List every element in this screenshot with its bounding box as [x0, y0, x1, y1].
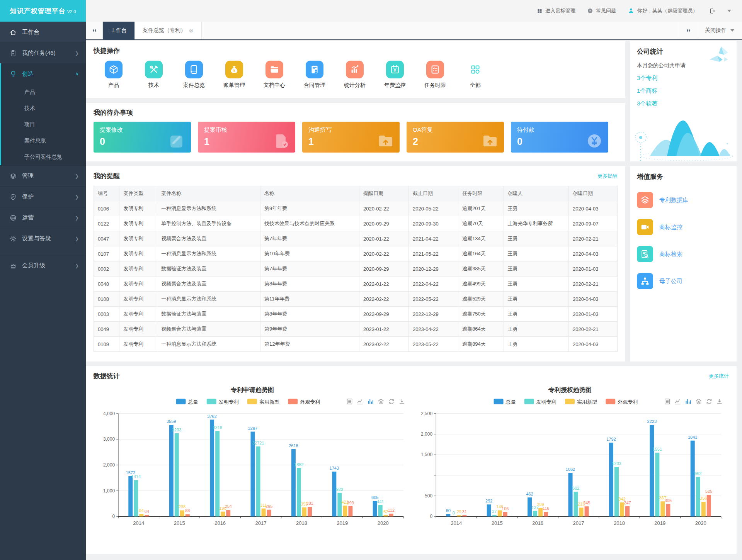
- company-stat-link-3个专利[interactable]: 3个专利: [637, 75, 730, 82]
- data-view-icon[interactable]: [347, 399, 352, 404]
- bar-外观专利-2017[interactable]: [267, 510, 271, 517]
- sidebar-subitem-技术[interactable]: 技术: [1, 100, 86, 117]
- table-row[interactable]: 0048发明专利视频聚合方法及装置第8年年费2022-01-222022-04-…: [94, 277, 618, 292]
- legend-label[interactable]: 外观专利: [617, 399, 638, 405]
- bar-外观专利-2019[interactable]: [666, 504, 670, 517]
- legend-swatch[interactable]: [606, 399, 615, 404]
- bar-实用新型-2020[interactable]: [384, 515, 388, 516]
- restore-icon[interactable]: [707, 399, 711, 404]
- bar-总量-2019[interactable]: [332, 472, 336, 516]
- todo-card-提案修改[interactable]: 提案修改0: [94, 122, 191, 153]
- service-item-母子公司[interactable]: 母子公司: [637, 273, 730, 289]
- sidebar-subitem-子公司案件总览[interactable]: 子公司案件总览: [1, 149, 86, 165]
- sidebar-item-创造[interactable]: 创造∨: [1, 63, 86, 84]
- legend-swatch[interactable]: [565, 399, 575, 404]
- todo-card-沟通撰写[interactable]: 沟通撰写1: [302, 122, 400, 153]
- data-view-icon[interactable]: [665, 399, 670, 404]
- stack-icon[interactable]: [696, 399, 701, 404]
- quick-action-合同管理[interactable]: 合同管理: [294, 61, 335, 89]
- bar-实用新型-2020[interactable]: [701, 502, 706, 516]
- bar-外观专利-2018[interactable]: [625, 506, 630, 516]
- sidebar-item-我的任务(46)[interactable]: 我的任务(46)❯: [0, 42, 86, 63]
- bar-总量-2018[interactable]: [609, 443, 613, 516]
- quick-action-文档中心[interactable]: 文档中心: [254, 61, 294, 89]
- bar-外观专利-2019[interactable]: [348, 506, 352, 517]
- table-row[interactable]: 0108发明专利一种消息显示方法和系统第11年年费2022-02-222022-…: [94, 292, 618, 307]
- bar-总量-2014[interactable]: [446, 514, 450, 516]
- service-item-商标检索[interactable]: 商标检索: [637, 246, 730, 262]
- bar-发明专利-2015[interactable]: [492, 515, 497, 516]
- service-item-商标监控[interactable]: 商标监控: [637, 219, 730, 235]
- legend-label[interactable]: 实用新型: [577, 399, 597, 405]
- restore-icon[interactable]: [389, 399, 393, 404]
- table-row[interactable]: 0109发明专利一种消息显示方法和系统第12年年费2023-02-222023-…: [94, 337, 618, 352]
- quick-action-全部[interactable]: 全部: [455, 61, 495, 89]
- table-row[interactable]: 0049发明专利视频聚合方法与装置第9年年费2023-01-222023-04-…: [94, 322, 618, 337]
- enter-trademark-link[interactable]: 进入贯标管理: [537, 7, 575, 14]
- legend-label[interactable]: 实用新型: [259, 399, 279, 405]
- logout-button[interactable]: [709, 8, 716, 14]
- bar-实用新型-2016[interactable]: [538, 508, 543, 516]
- more-reminders-link[interactable]: 更多提醒: [597, 173, 618, 180]
- quick-action-年费监控[interactable]: 年费监控: [375, 61, 415, 89]
- tab-案件总览（专利）[interactable]: 案件总览（专利）⊗: [135, 22, 202, 39]
- bar-外观专利-2015[interactable]: [503, 512, 507, 516]
- bar-发明专利-2018[interactable]: [297, 468, 301, 516]
- bar-实用新型-2018[interactable]: [302, 507, 306, 517]
- bar-实用新型-2015[interactable]: [498, 510, 502, 516]
- download-icon[interactable]: [718, 399, 722, 404]
- user-menu[interactable]: 你好，某某（超级管理员）: [628, 7, 698, 14]
- tab-close-icon[interactable]: ⊗: [189, 28, 194, 33]
- table-row[interactable]: 0106发明专利一种消息显示方法和系统第9年年费2020-02-222020-0…: [94, 201, 618, 216]
- faq-link[interactable]: ? 常见问题: [587, 7, 616, 14]
- todo-card-待付款[interactable]: 待付款0: [511, 122, 608, 153]
- bar-发明专利-2020[interactable]: [378, 505, 383, 516]
- tabs-scroll-right-button[interactable]: [680, 22, 697, 39]
- table-row[interactable]: 0047发明专利视频聚合方法及装置第7年年费2020-01-222021-04-…: [94, 231, 618, 246]
- bar-外观专利-2014[interactable]: [145, 515, 149, 516]
- service-item-专利数据库[interactable]: 专利数据库: [637, 192, 730, 208]
- legend-swatch[interactable]: [207, 399, 216, 404]
- bar-发明专利-2014[interactable]: [134, 480, 138, 516]
- bar-chart-icon[interactable]: [686, 399, 690, 404]
- bar-总量-2016[interactable]: [210, 420, 214, 517]
- bar-chart-icon[interactable]: [368, 399, 373, 404]
- bar-实用新型-2015[interactable]: [180, 510, 184, 516]
- sidebar-item-会员升级[interactable]: 会员升级❯: [0, 255, 86, 276]
- legend-label[interactable]: 外观专利: [300, 399, 320, 405]
- close-operations-dropdown[interactable]: 关闭操作: [697, 22, 742, 39]
- bar-发明专利-2018[interactable]: [614, 467, 619, 516]
- bar-实用新型-2014[interactable]: [139, 514, 143, 516]
- tabs-scroll-left-button[interactable]: [86, 22, 103, 39]
- sidebar-item-设置与答疑[interactable]: 设置与答疑❯: [0, 228, 86, 249]
- stack-icon[interactable]: [379, 399, 383, 404]
- quick-action-任务时限[interactable]: 任务时限: [415, 61, 455, 89]
- download-icon[interactable]: [400, 399, 404, 404]
- bar-实用新型-2019[interactable]: [660, 501, 665, 516]
- sidebar-item-保护[interactable]: 保护❯: [0, 186, 86, 207]
- bar-外观专利-2014[interactable]: [462, 515, 466, 516]
- bar-总量-2015[interactable]: [169, 425, 174, 516]
- bar-发明专利-2019[interactable]: [655, 453, 659, 516]
- sidebar-subitem-产品[interactable]: 产品: [1, 84, 86, 100]
- bar-实用新型-2016[interactable]: [221, 512, 225, 517]
- todo-card-提案审核[interactable]: 提案审核1: [198, 122, 295, 153]
- more-statistics-link[interactable]: 更多统计: [709, 373, 729, 380]
- table-row[interactable]: 0002发明专利数据验证方法及装置第7年年费2020-09-292020-12-…: [94, 261, 618, 277]
- sidebar-subitem-项目[interactable]: 项目: [1, 117, 86, 133]
- company-stat-link-1个商标[interactable]: 1个商标: [637, 87, 730, 95]
- bar-发明专利-2016[interactable]: [215, 431, 220, 516]
- bar-总量-2020[interactable]: [691, 441, 695, 517]
- sidebar-item-工作台[interactable]: 工作台: [0, 22, 86, 42]
- quick-action-产品[interactable]: 产品: [94, 61, 134, 89]
- bar-总量-2019[interactable]: [650, 425, 654, 516]
- bar-总量-2017[interactable]: [568, 473, 572, 516]
- legend-label[interactable]: 总量: [505, 399, 516, 405]
- legend-swatch[interactable]: [494, 399, 504, 404]
- quick-action-案件总览[interactable]: 案件总览: [174, 61, 214, 89]
- bar-发明专利-2016[interactable]: [533, 511, 537, 517]
- bar-总量-2015[interactable]: [487, 504, 491, 516]
- quick-action-统计分析[interactable]: 统计分析: [335, 61, 375, 89]
- legend-label[interactable]: 发明专利: [219, 399, 239, 405]
- line-chart-icon[interactable]: [675, 399, 681, 404]
